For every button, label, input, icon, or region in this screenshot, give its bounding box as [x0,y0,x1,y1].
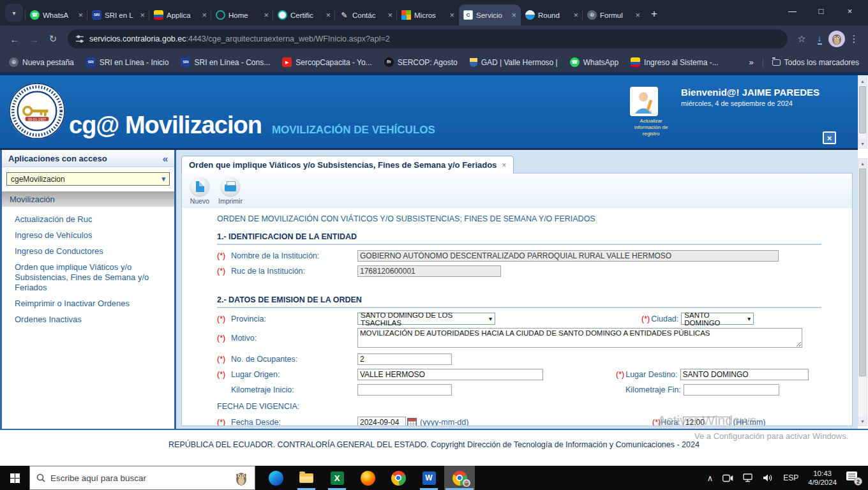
lugar-origen-input[interactable] [357,369,543,380]
tab-close-icon[interactable]: × [78,10,83,20]
bookmarks-overflow-chevron[interactable]: » [749,57,753,67]
sidebar-item-ingreso-conductores[interactable]: Ingreso de Conductores [15,246,163,256]
taskbar-clock[interactable]: 10:43 4/9/2024 [808,469,837,487]
taskbar-firefox[interactable] [352,466,383,490]
printer-icon [225,184,236,191]
taskbar-search[interactable] [29,466,255,490]
user-avatar[interactable] [630,87,658,116]
taskbar-word[interactable]: W [414,466,444,490]
tab-close-icon[interactable]: × [387,10,393,20]
tab-micros[interactable]: Micros × [397,4,459,26]
content-scrollbar[interactable]: ▲ ▼ [858,158,867,426]
application-select[interactable]: cgeMovilizacion ▾ [6,172,170,186]
scroll-down-icon[interactable]: ▼ [858,417,867,426]
site-info-icon[interactable] [75,34,84,43]
taskbar-chrome-active[interactable] [444,466,475,490]
taskbar-explorer[interactable] [291,466,322,490]
tab-sri[interactable]: SRI SRI en L × [87,4,149,26]
scrollbar-thumb[interactable] [859,86,866,133]
web-page: 03-01-1927 cg@ Movilizacion MOVILIZACIÓN… [0,72,868,466]
scroll-up-icon[interactable]: ▲ [858,159,867,168]
tab-close-icon[interactable]: × [326,10,331,20]
address-bar[interactable]: servicios.contraloria.gob.ec:4443/cge_ar… [68,29,788,48]
required-mark: (*) [217,355,231,364]
taskbar-chrome[interactable] [383,466,414,490]
calendar-icon[interactable] [407,418,417,427]
reload-icon[interactable]: ↻ [43,29,63,48]
logout-close-button[interactable]: × [823,131,836,144]
tab-roundcube[interactable]: Round × [521,4,583,26]
nuevo-button[interactable]: Nuevo [187,177,213,208]
tab-close-icon[interactable]: × [202,10,207,20]
download-icon[interactable]: ↓ [818,34,822,45]
tab-contac[interactable]: ✎ Contác × [335,4,397,26]
tab-home[interactable]: Home × [211,4,273,26]
language-indicator[interactable]: ESP [783,473,798,482]
fecha-desde-input[interactable] [357,417,406,427]
all-bookmarks-button[interactable]: Todos los marcadores [772,58,859,67]
close-window-button[interactable]: × [835,0,864,22]
tray-expand-icon[interactable]: ∧ [707,473,714,483]
tab-whatsapp[interactable]: ☎ WhatsA × [26,4,87,26]
nombre-institucion-input[interactable] [357,250,779,262]
sidebar-item-ingreso-vehiculos[interactable]: Ingreso de Vehículos [15,230,163,241]
lugar-destino-input[interactable] [680,369,809,380]
browser-menu-icon[interactable]: ⋮ [845,30,863,48]
document-tab[interactable]: Orden que implique Viáticos y/o Subsiste… [181,156,514,174]
document-tab-close-icon[interactable]: × [502,161,506,170]
tab-close-icon[interactable]: × [573,10,578,20]
back-icon[interactable]: ← [5,29,24,48]
sidebar-item-ordenes-inactivas[interactable]: Ordenes Inactivas [15,315,163,325]
kilometraje-fin-input[interactable] [684,384,779,396]
new-tab-button[interactable]: + [651,8,657,20]
scroll-down-icon[interactable]: ▼ [858,139,867,148]
maximize-button[interactable]: □ [807,0,835,22]
bookmark-gad-valle-hermoso[interactable]: GAD | Valle Hermoso | [470,58,558,67]
sidebar-collapse-icon[interactable]: « [163,153,168,164]
header-scrollbar[interactable]: ▲ ▼ [858,76,867,149]
sidebar-item-reimprimir-inactivar[interactable]: Reimprimir o Inactivar Ordenes [15,299,163,309]
tab-close-icon[interactable]: × [140,10,145,20]
profile-avatar[interactable] [828,31,845,47]
bookmark-sercopcapacita[interactable]: ▶SercopCapacita - Yo... [282,57,371,67]
ocupantes-input[interactable] [357,353,452,365]
sidebar-item-orden-viaticos[interactable]: Orden que implique Viáticos y/o Subsiste… [15,262,163,293]
volume-icon[interactable] [763,473,774,482]
minimize-button[interactable]: — [778,0,807,22]
tab-close-icon[interactable]: × [511,10,516,20]
provincia-select[interactable]: SANTO DOMINGO DE LOS TSACHILAS ▾ [357,313,495,325]
notification-center[interactable]: 2 [846,471,860,484]
scrollbar-thumb[interactable] [859,168,866,376]
taskbar-excel[interactable]: X [322,466,352,490]
tab-formul[interactable]: ⊕ Formul × [583,4,645,26]
motivo-textarea[interactable]: MOVILIZACIÓN DE AUTORIDADES HACIA LA CIU… [357,328,802,348]
ciudad-select[interactable]: SANTO DOMINGO ▾ [681,313,754,325]
kilometraje-inicio-input[interactable] [357,384,452,396]
bookmark-sri-inicio[interactable]: SRISRI en Línea - Inicio [86,57,169,67]
scroll-up-icon[interactable]: ▲ [858,77,867,85]
bookmark-whatsapp[interactable]: ☎WhatsApp [570,57,618,67]
meet-now-camera-icon[interactable] [722,474,733,482]
taskbar-edge[interactable] [260,466,291,490]
tab-close-icon[interactable]: × [264,10,269,20]
bookmark-ingreso-sistema[interactable]: Ingreso al Sistema -... [631,57,719,67]
bookmark-sercop-agosto[interactable]: fnSERCOP: Agosto [384,57,458,67]
network-icon[interactable] [743,473,753,482]
windows-taskbar: X W ∧ ESP 10:43 4/9/2024 [0,466,868,490]
forward-icon[interactable]: → [24,29,43,48]
tab-certific[interactable]: Certific × [273,4,335,26]
tab-close-icon[interactable]: × [635,10,640,20]
tab-search-button[interactable]: ▾ [5,4,23,22]
ruc-institucion-input[interactable] [357,265,501,277]
bookmark-nueva-pestana[interactable]: ⊕Nueva pestaña [9,57,74,67]
tab-applica[interactable]: Applica × [149,4,211,26]
bookmark-star-icon[interactable]: ☆ [793,30,811,48]
sidebar-item-actualizacion-ruc[interactable]: Actualización de Ruc [15,214,163,225]
bookmark-sri-consultas[interactable]: SRISRI en Línea - Cons... [181,57,270,67]
tab-close-icon[interactable]: × [449,10,454,20]
search-input[interactable] [50,473,229,483]
start-button[interactable] [0,466,29,490]
tab-servicios-active[interactable]: C Servicio × [459,4,521,26]
update-registration[interactable]: Actualizar información de registro [630,87,672,137]
imprimir-button[interactable]: Imprimir [218,177,243,208]
